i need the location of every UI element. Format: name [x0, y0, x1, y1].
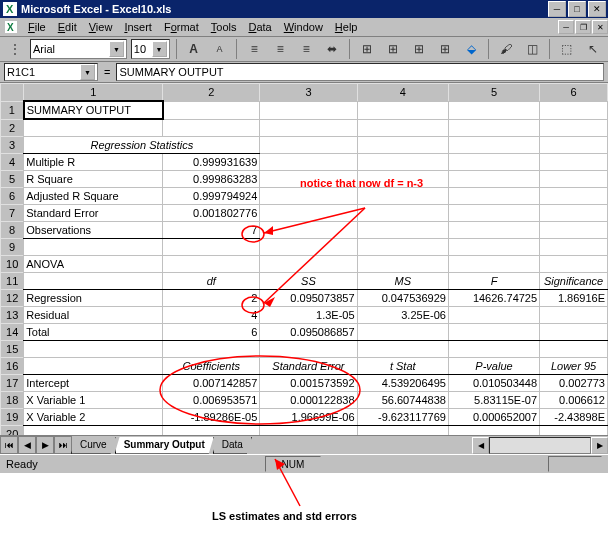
cell[interactable]: Regression	[24, 290, 163, 307]
cell[interactable]: Lower 95	[540, 358, 608, 375]
row-header[interactable]: 5	[1, 171, 24, 188]
cell[interactable]: 0.999931639	[163, 154, 260, 171]
cell[interactable]	[357, 137, 448, 154]
align-center-icon[interactable]: ≡	[269, 37, 291, 61]
tab-nav-last-icon[interactable]: ⏭	[54, 436, 72, 454]
dropdown-icon[interactable]: ▼	[152, 41, 167, 57]
row-header[interactable]: 8	[1, 222, 24, 239]
cell[interactable]: 0.999863283	[163, 171, 260, 188]
cell[interactable]: Standard Error	[24, 205, 163, 222]
cell[interactable]: 0.007142857	[163, 375, 260, 392]
cell[interactable]: 56.60744838	[357, 392, 448, 409]
cell[interactable]	[448, 256, 539, 273]
cell[interactable]: 0.010503448	[448, 375, 539, 392]
cell[interactable]: 3.25E-06	[357, 307, 448, 324]
mdi-close-button[interactable]: ✕	[592, 20, 608, 34]
cell[interactable]: SS	[260, 273, 357, 290]
col-header[interactable]: 6	[540, 84, 608, 102]
cell[interactable]: 0.001573592	[260, 375, 357, 392]
fill-color-icon[interactable]: ⬙	[460, 37, 482, 61]
minimize-button[interactable]: ─	[548, 1, 566, 17]
cell[interactable]: -2.43898E	[540, 409, 608, 426]
cell[interactable]	[357, 171, 448, 188]
cell[interactable]	[540, 222, 608, 239]
cell[interactable]: -1.89286E-05	[163, 409, 260, 426]
dropdown-icon[interactable]: ▼	[80, 64, 95, 80]
cell[interactable]	[357, 341, 448, 358]
cell[interactable]	[357, 256, 448, 273]
row-header[interactable]: 12	[1, 290, 24, 307]
row-header[interactable]: 18	[1, 392, 24, 409]
cell[interactable]	[163, 239, 260, 256]
row-header[interactable]: 9	[1, 239, 24, 256]
eraser-icon[interactable]: ◫	[521, 37, 543, 61]
decrease-font-icon[interactable]: A	[208, 37, 230, 61]
hscroll-left-icon[interactable]: ◀	[472, 437, 489, 454]
mdi-icon[interactable]: X	[4, 20, 18, 34]
mdi-minimize-button[interactable]: ─	[558, 20, 574, 34]
cell[interactable]: 0.999794924	[163, 188, 260, 205]
cell[interactable]: 1.3E-05	[260, 307, 357, 324]
row-header[interactable]: 19	[1, 409, 24, 426]
sheet-tab-curve[interactable]: Curve	[71, 437, 116, 454]
cell[interactable]	[357, 119, 448, 137]
cell[interactable]	[24, 358, 163, 375]
menu-data[interactable]: Data	[242, 21, 277, 33]
cell[interactable]: P-value	[448, 358, 539, 375]
cell[interactable]: Coefficients	[163, 358, 260, 375]
cell[interactable]	[260, 101, 357, 119]
cell[interactable]	[260, 188, 357, 205]
row-header[interactable]: 1	[1, 101, 24, 119]
row-header[interactable]: 4	[1, 154, 24, 171]
cell[interactable]: Adjusted R Square	[24, 188, 163, 205]
cell[interactable]: X Variable 1	[24, 392, 163, 409]
cell[interactable]: Intercept	[24, 375, 163, 392]
cell[interactable]	[448, 324, 539, 341]
close-button[interactable]: ✕	[588, 1, 606, 17]
cell[interactable]: Residual	[24, 307, 163, 324]
menu-window[interactable]: Window	[278, 21, 329, 33]
hscroll-right-icon[interactable]: ▶	[591, 437, 608, 454]
cell[interactable]	[357, 188, 448, 205]
border4-icon[interactable]: ⊞	[434, 37, 456, 61]
cell[interactable]	[260, 222, 357, 239]
cell[interactable]: F	[448, 273, 539, 290]
cell[interactable]: Standard Error	[260, 358, 357, 375]
cell[interactable]	[540, 137, 608, 154]
select-icon[interactable]: ⬚	[556, 37, 578, 61]
name-box[interactable]: R1C1▼	[4, 63, 98, 81]
col-header[interactable]: 5	[448, 84, 539, 102]
cell[interactable]: 14626.74725	[448, 290, 539, 307]
cell[interactable]: t Stat	[357, 358, 448, 375]
cell[interactable]	[540, 239, 608, 256]
cell[interactable]: R Square	[24, 171, 163, 188]
cell[interactable]	[540, 154, 608, 171]
cell[interactable]	[448, 222, 539, 239]
row-header[interactable]: 2	[1, 119, 24, 137]
cell[interactable]: Multiple R	[24, 154, 163, 171]
cell[interactable]: X Variable 2	[24, 409, 163, 426]
cell[interactable]	[448, 307, 539, 324]
cell[interactable]	[448, 101, 539, 119]
cell[interactable]: Observations	[24, 222, 163, 239]
cell[interactable]	[448, 171, 539, 188]
row-header[interactable]: 14	[1, 324, 24, 341]
cell[interactable]: MS	[357, 273, 448, 290]
cell[interactable]	[540, 171, 608, 188]
border2-icon[interactable]: ⊞	[382, 37, 404, 61]
cell[interactable]	[357, 205, 448, 222]
cell[interactable]	[260, 119, 357, 137]
cell[interactable]	[448, 119, 539, 137]
cell[interactable]	[540, 205, 608, 222]
cell[interactable]	[540, 307, 608, 324]
maximize-button[interactable]: □	[568, 1, 586, 17]
dropdown-icon[interactable]: ▼	[109, 41, 124, 57]
cell[interactable]: 0.047536929	[357, 290, 448, 307]
cell[interactable]: 0.095086857	[260, 324, 357, 341]
cell[interactable]	[540, 426, 608, 436]
cell[interactable]	[163, 426, 260, 436]
cell[interactable]: 4.539206495	[357, 375, 448, 392]
cell[interactable]: -9.623117769	[357, 409, 448, 426]
cell[interactable]: 6	[163, 324, 260, 341]
cell[interactable]	[540, 119, 608, 137]
